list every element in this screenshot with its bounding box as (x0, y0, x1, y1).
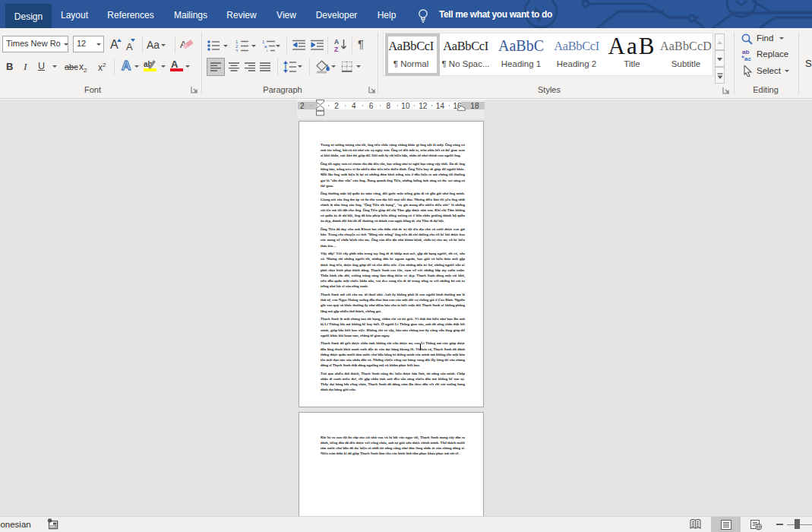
svg-text:Z: Z (334, 46, 338, 52)
svg-text:i: i (267, 49, 267, 52)
svg-text:A: A (171, 59, 179, 70)
svg-text:ac: ac (744, 55, 751, 62)
svg-text:3: 3 (235, 49, 239, 52)
svg-text:A: A (334, 38, 339, 46)
